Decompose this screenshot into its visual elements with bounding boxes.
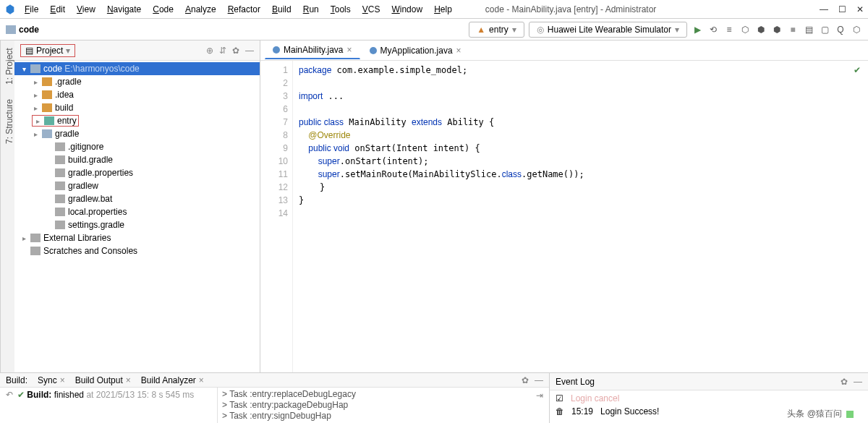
window-title: code - MainAbility.java [entry] - Admini… bbox=[485, 4, 657, 14]
side-tab-structure[interactable]: 7: Structure bbox=[1, 99, 14, 144]
tree-item-scratches-and-consoles[interactable]: Scratches and Consoles bbox=[14, 244, 260, 257]
tree-item-settings-gradle[interactable]: settings.gradle bbox=[14, 218, 260, 231]
gear-icon[interactable]: ✿ bbox=[522, 375, 529, 385]
minimize-icon[interactable]: — bbox=[820, 4, 828, 14]
stop-icon[interactable]: ■ bbox=[787, 24, 799, 35]
menu-help[interactable]: Help bbox=[430, 3, 456, 16]
hide-icon[interactable]: — bbox=[245, 46, 254, 56]
menu-build[interactable]: Build bbox=[268, 3, 296, 16]
build-header: Build: Sync× Build Output× Build Analyze… bbox=[0, 373, 549, 388]
event-delete-icon[interactable]: 🗑 bbox=[556, 406, 564, 416]
code-area[interactable]: package com.example.simple_model; import… bbox=[293, 61, 868, 372]
close-tab-icon[interactable]: × bbox=[456, 46, 461, 56]
tree-item-gradle[interactable]: ▸gradle bbox=[14, 127, 260, 140]
menu-analyze[interactable]: Analyze bbox=[181, 3, 221, 16]
select-opened-file-icon[interactable]: ⊕ bbox=[206, 46, 213, 56]
menu-vcs[interactable]: VCS bbox=[358, 3, 385, 16]
coverage-icon[interactable]: ⬢ bbox=[755, 24, 767, 35]
menu-tools[interactable]: Tools bbox=[326, 3, 355, 16]
tree-item-entry[interactable]: ▸entry bbox=[14, 114, 260, 127]
inspection-ok-icon[interactable]: ✔ bbox=[854, 65, 861, 75]
close-tab-icon[interactable]: × bbox=[346, 45, 352, 55]
editor-tab-myapplication-java[interactable]: MyApplication.java× bbox=[362, 42, 469, 59]
menu-view[interactable]: View bbox=[72, 3, 100, 16]
hide-icon[interactable]: — bbox=[535, 375, 543, 385]
menu-window[interactable]: Window bbox=[387, 3, 427, 16]
tree-item-local-properties[interactable]: local.properties bbox=[14, 205, 260, 218]
tree-item--idea[interactable]: ▸.idea bbox=[14, 88, 260, 101]
profile-icon[interactable]: ≡ bbox=[723, 24, 735, 35]
left-gutter: 7: Structure 1: Project bbox=[0, 40, 14, 372]
app-icon bbox=[4, 4, 16, 15]
run-config-selector[interactable]: ▲entry▾ bbox=[469, 22, 524, 38]
maximize-icon[interactable]: ☐ bbox=[838, 4, 846, 14]
editor-tab-mainability-java[interactable]: MainAbility.java× bbox=[265, 41, 360, 59]
project-view-selector[interactable]: ▤Project▾ bbox=[20, 44, 75, 57]
hide-icon[interactable]: — bbox=[854, 377, 862, 387]
line-gutter: 12367891011121314 bbox=[260, 61, 293, 372]
editor-tabs: MainAbility.java×MyApplication.java× bbox=[260, 40, 868, 61]
menu-refactor[interactable]: Refactor bbox=[224, 3, 265, 16]
breadcrumb[interactable]: code bbox=[6, 25, 39, 35]
editor: MainAbility.java×MyApplication.java× 123… bbox=[260, 40, 868, 372]
tree-item--gradle[interactable]: ▸.gradle bbox=[14, 75, 260, 88]
build-tab-sync[interactable]: Sync× bbox=[38, 375, 65, 385]
tree-item-gradlew[interactable]: gradlew bbox=[14, 179, 260, 192]
tree-item-external-libraries[interactable]: ▸External Libraries bbox=[14, 231, 260, 244]
menu-navigate[interactable]: Navigate bbox=[103, 3, 145, 16]
close-icon[interactable]: ✕ bbox=[856, 4, 864, 14]
tree-item-build[interactable]: ▸build bbox=[14, 101, 260, 114]
build-status: ↶ ✔ Build: finished at 2021/5/13 15: 8 s… bbox=[0, 388, 217, 423]
menu-run[interactable]: Run bbox=[299, 3, 323, 16]
expand-all-icon[interactable]: ⇵ bbox=[219, 46, 226, 56]
tree-item-build-gradle[interactable]: build.gradle bbox=[14, 153, 260, 166]
gear-icon[interactable]: ✿ bbox=[841, 377, 848, 387]
bottom-tool-window: Build: Sync× Build Output× Build Analyze… bbox=[0, 372, 868, 423]
settings-icon[interactable]: ✿ bbox=[232, 46, 239, 56]
event-filter-icon[interactable]: ☑ bbox=[556, 393, 563, 403]
navigation-bar: code ▲entry▾ ◎Huawei Lite Wearable Simul… bbox=[0, 19, 868, 40]
build-tab-output[interactable]: Build Output× bbox=[75, 375, 131, 385]
menu-bar: FileEditViewNavigateCodeAnalyzeRefactorB… bbox=[20, 3, 456, 16]
tree-item--gitignore[interactable]: .gitignore bbox=[14, 140, 260, 153]
run-anything-icon[interactable]: ⬢ bbox=[771, 24, 783, 35]
project-tool-window: ▤Project▾ ⊕ ⇵ ✿ — ▾code E:\harmonyos\cod… bbox=[14, 40, 260, 372]
menu-code[interactable]: Code bbox=[148, 3, 178, 16]
tree-item-gradlew-bat[interactable]: gradlew.bat bbox=[14, 192, 260, 205]
side-tab-project[interactable]: 1: Project bbox=[1, 48, 14, 85]
back-icon[interactable]: ↶ bbox=[6, 390, 13, 421]
tree-item-gradle-properties[interactable]: gradle.properties bbox=[14, 166, 260, 179]
device-selector[interactable]: ◎Huawei Lite Wearable Simulator▾ bbox=[529, 22, 687, 38]
title-bar: FileEditViewNavigateCodeAnalyzeRefactorB… bbox=[0, 0, 868, 19]
watermark: 头条 @猿百问 bbox=[787, 408, 854, 420]
menu-edit[interactable]: Edit bbox=[46, 3, 69, 16]
build-output[interactable]: > Task :entry:replaceDebugLegacy > Task … bbox=[217, 388, 549, 423]
folder-icon bbox=[6, 25, 16, 34]
debug-icon[interactable]: ⟲ bbox=[707, 24, 719, 35]
search-icon[interactable]: Q bbox=[835, 24, 846, 35]
attach-debugger-icon[interactable]: ⬡ bbox=[739, 24, 751, 35]
tool-icon[interactable]: ⬡ bbox=[851, 24, 862, 35]
tree-item-code[interactable]: ▾code E:\harmonyos\code bbox=[14, 62, 260, 75]
event-log-header: Event Log ✿ — bbox=[550, 373, 868, 390]
project-tree[interactable]: ▾code E:\harmonyos\code▸.gradle▸.idea▸bu… bbox=[14, 61, 260, 372]
dev-eco-icon[interactable]: ▤ bbox=[803, 24, 814, 35]
run-icon[interactable]: ▶ bbox=[692, 24, 703, 35]
build-tab-analyzer[interactable]: Build Analyzer× bbox=[141, 375, 204, 385]
menu-file[interactable]: File bbox=[20, 3, 43, 16]
layout-icon[interactable]: ▢ bbox=[819, 24, 830, 35]
soft-wrap-icon[interactable]: ⇥ bbox=[536, 390, 543, 401]
